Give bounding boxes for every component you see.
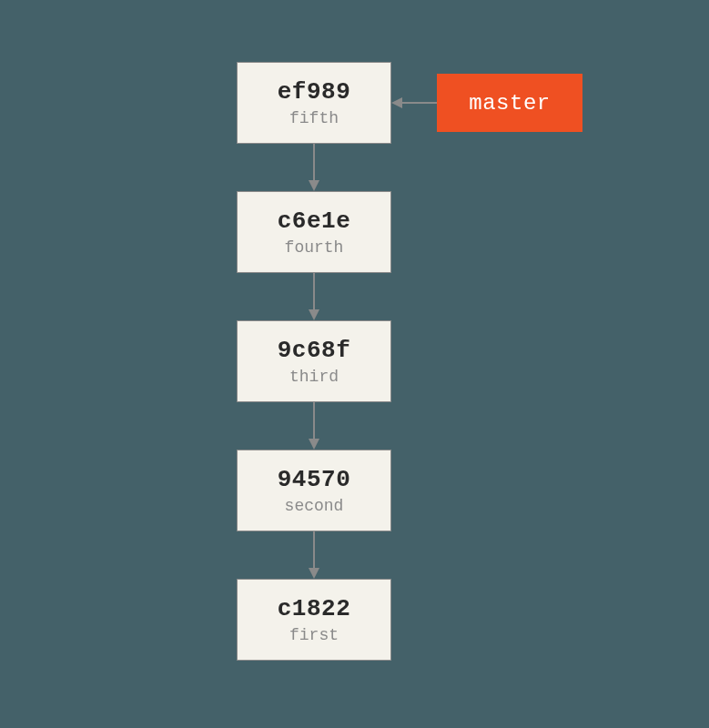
commit-node: 94570 second bbox=[237, 450, 391, 531]
svg-marker-7 bbox=[309, 568, 319, 579]
commit-hash: 9c68f bbox=[278, 337, 351, 364]
svg-marker-3 bbox=[309, 309, 319, 320]
commit-message: fourth bbox=[285, 238, 344, 257]
commit-hash: c6e1e bbox=[278, 207, 351, 235]
svg-marker-5 bbox=[309, 439, 319, 450]
arrow-down-icon bbox=[300, 273, 328, 320]
commit-node: c6e1e fourth bbox=[237, 191, 391, 273]
svg-marker-9 bbox=[391, 97, 402, 108]
commit-node: 9c68f third bbox=[237, 320, 391, 402]
arrow-left-icon bbox=[391, 89, 437, 116]
commit-hash: ef989 bbox=[278, 78, 351, 106]
commit-node: ef989 fifth bbox=[237, 62, 391, 144]
commit-message: third bbox=[289, 368, 339, 386]
commit-message: fifth bbox=[289, 109, 339, 127]
arrow-down-icon bbox=[300, 531, 328, 579]
commit-message: second bbox=[285, 497, 344, 515]
commit-message: first bbox=[289, 626, 339, 644]
commit-node: c1822 first bbox=[237, 579, 391, 661]
arrow-down-icon bbox=[300, 144, 328, 191]
branch-name: master bbox=[469, 91, 550, 116]
commit-hash: c1822 bbox=[278, 595, 351, 622]
commit-hash: 94570 bbox=[278, 466, 351, 493]
branch-label-box: master bbox=[437, 74, 582, 132]
svg-marker-1 bbox=[309, 180, 319, 191]
arrow-down-icon bbox=[300, 402, 328, 450]
